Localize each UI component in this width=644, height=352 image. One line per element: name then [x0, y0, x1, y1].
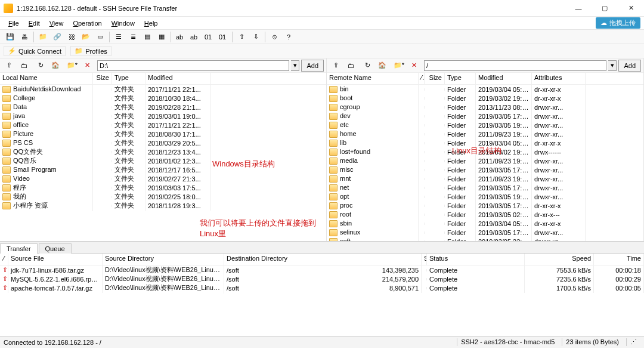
sort-ext-icon[interactable]: 01⇡	[202, 31, 215, 43]
list-item[interactable]: mediaFolder2011/09/23 19:4...drwxr-xr...	[327, 156, 643, 165]
list-item[interactable]: 小程序 资源文件夹2018/11/28 19:3...	[0, 201, 326, 210]
list-item[interactable]: homeFolder2011/09/23 19:4...drwxr-xr...	[327, 129, 643, 138]
sort-desc-icon[interactable]: ab⇣	[188, 31, 201, 43]
menu-file[interactable]: File	[4, 18, 24, 28]
list-item[interactable]: BaiduNetdiskDownload文件夹2017/11/21 22:1..…	[0, 85, 326, 94]
menu-edit[interactable]: Edit	[24, 18, 45, 28]
refresh-icon[interactable]: ↻	[34, 60, 47, 72]
details2-icon[interactable]: ▦	[155, 31, 168, 43]
list-item[interactable]: office文件夹2017/11/21 22:1...	[0, 121, 326, 129]
col-remote-type[interactable]: Type	[445, 73, 476, 84]
disconnect-icon[interactable]: ⛓	[65, 31, 78, 43]
list-item[interactable]: rootFolder2019/03/05 02:1...dr-xr-x---	[327, 210, 643, 219]
delete-icon[interactable]: ✕	[407, 60, 420, 72]
print-icon[interactable]: 🖶	[18, 31, 31, 43]
download-icon[interactable]: ⇩	[249, 31, 262, 43]
menu-view[interactable]: View	[45, 18, 69, 28]
profiles-icon[interactable]: 📂	[79, 31, 92, 43]
tree-icon[interactable]: ☰	[112, 31, 125, 43]
tab-queue[interactable]: Queue	[39, 243, 72, 254]
transfer-row[interactable]: ⇧jdk-7u71-linux-i586.tar.gzD:\Video\linu…	[0, 265, 644, 274]
delete-icon[interactable]: ✕	[80, 60, 94, 72]
upload-icon[interactable]: ⇧	[235, 31, 248, 43]
folder-icon[interactable]: 📁	[36, 31, 49, 43]
list-item[interactable]: Picture文件夹2018/08/30 17:1...	[0, 129, 326, 138]
back-icon[interactable]: 🗀	[344, 60, 357, 72]
col-dir[interactable]: Source Directory	[103, 254, 224, 265]
back-icon[interactable]: 🗀	[17, 60, 30, 72]
list-item[interactable]: devFolder2019/03/05 17:1...drwxr-xr...	[327, 112, 643, 121]
list-item[interactable]: Small Program文件夹2018/12/17 16:5...	[0, 165, 326, 174]
transfer-row[interactable]: ⇧MySQL-5.6.22-1.el6.i686.rpm-b...D:\Vide…	[0, 274, 644, 283]
list-item[interactable]: procFolder2019/03/05 17:1...dr-xr-xr-x	[327, 201, 643, 210]
transfer-list[interactable]: ⇧jdk-7u71-linux-i586.tar.gzD:\Video\linu…	[0, 265, 644, 336]
col-local-type[interactable]: Type	[112, 73, 145, 84]
maximize-button[interactable]: ▢	[592, 0, 618, 17]
sort-date-icon[interactable]: 01⇣	[216, 31, 230, 43]
col-size[interactable]: Size	[422, 254, 427, 265]
quick-connect-button[interactable]: ⚡ Quick Connect	[4, 46, 66, 56]
col-src[interactable]: Source File	[8, 254, 103, 265]
save-icon[interactable]: 💾	[4, 31, 17, 43]
local-add-button[interactable]: Add	[301, 60, 324, 72]
list-item[interactable]: QQ音乐文件夹2018/01/02 12:3...	[0, 156, 326, 165]
menu-window[interactable]: Window	[107, 18, 140, 28]
col-remote-mod[interactable]: Modified	[476, 73, 532, 84]
cloud-upload-button[interactable]: ☁ 拖拽上传	[596, 17, 640, 29]
stop-icon[interactable]: ⦸	[268, 31, 281, 43]
list-item[interactable]: netFolder2019/03/05 17:1...drwxr-xr...	[327, 183, 643, 192]
list-item[interactable]: optFolder2019/03/05 19:4...drwxr-xr...	[327, 192, 643, 201]
minimize-button[interactable]: —	[565, 0, 592, 17]
col-status[interactable]: Status	[427, 254, 525, 265]
up-icon[interactable]: ⇧	[2, 60, 16, 72]
list-item[interactable]: selinuxFolder2019/03/05 17:3...drwxr-xr.…	[327, 228, 643, 237]
transfer-row[interactable]: ⇧apache-tomcat-7.0.57.tar.gzD:\Video\lin…	[0, 283, 644, 292]
col-local-name[interactable]: Local Name	[0, 73, 93, 84]
col-remote-attr[interactable]: Attributes	[532, 73, 586, 84]
remote-path-dropdown[interactable]: ▾	[608, 60, 617, 71]
col-remote-size[interactable]: Size	[425, 73, 445, 84]
col-dest[interactable]: Destination Directory	[224, 254, 422, 265]
list-item[interactable]: Data文件夹2019/02/28 21:1...	[0, 103, 326, 112]
list-item[interactable]: bootFolder2019/03/02 19:3...dr-xr-xr-x	[327, 94, 643, 103]
close-button[interactable]: ✕	[618, 0, 644, 17]
list-item[interactable]: College文件夹2018/10/30 18:4...	[0, 94, 326, 103]
local-file-list[interactable]: Windows目录结构 我们可以将要上传的文件直接拖到Linux里 BaiduN…	[0, 85, 326, 241]
profiles-button[interactable]: 📁 Profiles	[70, 46, 112, 56]
transfer-panel: Transfer Queue ∕ Source File Source Dire…	[0, 241, 644, 336]
menu-help[interactable]: Help	[140, 18, 163, 28]
home-icon[interactable]: 🏠	[376, 60, 389, 72]
list-item[interactable]: softFolder2019/03/05 22:1...drwxr-xr...	[327, 237, 643, 241]
list-item[interactable]: cgroupFolder2013/11/23 08:5...drwxr-xr..…	[327, 103, 643, 112]
col-local-size[interactable]: Size	[93, 73, 112, 84]
list-item[interactable]: binFolder2019/03/04 05:3...dr-xr-xr-x	[327, 85, 643, 94]
remote-file-list[interactable]: Linux目录结构 binFolder2019/03/04 05:3...dr-…	[327, 85, 643, 241]
list-item[interactable]: miscFolder2019/03/05 17:1...drwxr-xr...	[327, 165, 643, 174]
tab-transfer[interactable]: Transfer	[0, 243, 38, 254]
local-path-dropdown[interactable]: ▾	[291, 60, 299, 71]
up-icon[interactable]: ⇧	[329, 60, 342, 72]
newfolder-icon[interactable]: 📁*	[392, 60, 405, 72]
menu-operation[interactable]: Operation	[68, 18, 106, 28]
home-icon[interactable]: 🏠	[49, 60, 62, 72]
connect-icon[interactable]: 🔗	[51, 31, 64, 43]
list-item[interactable]: java文件夹2019/03/01 19:0...	[0, 112, 326, 121]
remote-path-input[interactable]	[424, 60, 606, 71]
sort-asc-icon[interactable]: ab⇡	[174, 31, 187, 43]
refresh-icon[interactable]: ↻	[361, 60, 374, 72]
col-local-mod[interactable]: Modified	[145, 73, 211, 84]
list-item[interactable]: mntFolder2011/09/23 19:4...drwxr-xr...	[327, 174, 643, 183]
local-path-input[interactable]	[97, 60, 289, 71]
col-remote-name[interactable]: Remote Name	[327, 73, 419, 84]
details-icon[interactable]: ▤	[141, 31, 154, 43]
col-speed[interactable]: Speed	[525, 254, 594, 265]
remote-add-button[interactable]: Add	[618, 60, 641, 72]
col-dir-icon[interactable]: ∕	[0, 254, 8, 265]
list-item[interactable]: etcFolder2019/03/05 19:4...drwxr-xr...	[327, 121, 643, 129]
list-item[interactable]: sbinFolder2019/03/04 05:3...dr-xr-xr-x	[327, 219, 643, 228]
help-icon[interactable]: ?	[282, 31, 295, 43]
col-time[interactable]: Time	[594, 254, 644, 265]
list-icon[interactable]: ≣	[126, 31, 140, 43]
newfolder-icon[interactable]: 📁*	[66, 60, 79, 72]
terminal-icon[interactable]: ▭	[94, 31, 107, 43]
